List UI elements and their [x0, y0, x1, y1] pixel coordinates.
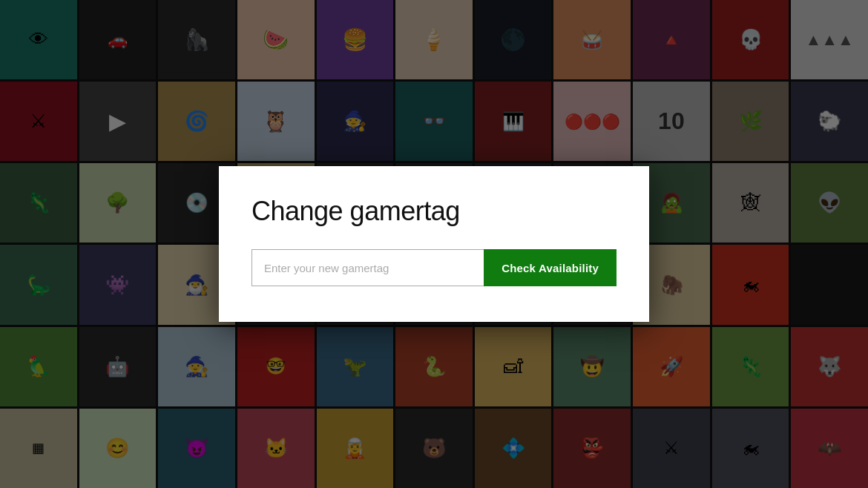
overlay: Change gamertag Check Availability: [0, 0, 868, 488]
modal-form: Check Availability: [251, 249, 617, 286]
change-gamertag-modal: Change gamertag Check Availability: [219, 166, 649, 322]
gamertag-input[interactable]: [251, 249, 484, 286]
check-availability-button[interactable]: Check Availability: [484, 249, 617, 286]
modal-title: Change gamertag: [251, 196, 617, 227]
